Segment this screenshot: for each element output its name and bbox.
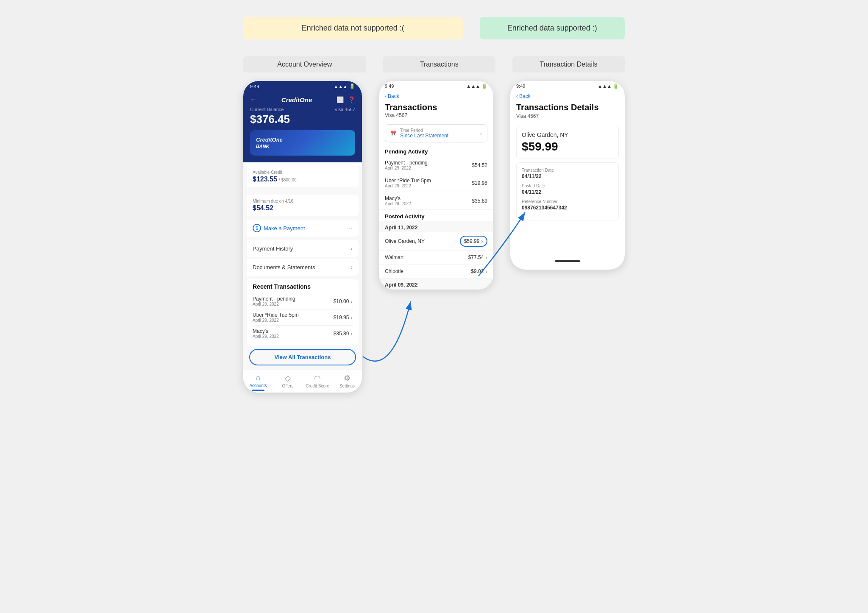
status-bar-1: 9:49 ▲▲▲ 🔋 [243,81,362,92]
time-period-row[interactable]: 📅 Time Period Since Last Statement › [385,124,487,142]
transaction-date-row: Transaction Date 04/11/22 [522,168,613,179]
merchant-name: Olive Garden, NY [522,131,613,140]
recent-tx-title: Recent Transactions [253,283,353,290]
status-time-2: 9:49 [385,84,394,89]
chevron-right-icon: › [351,245,353,252]
chevron-tx-3: › [351,330,353,337]
olive-garden-amount-circle: $59.99 › [460,236,487,247]
view-all-label: View All Transactions [275,354,331,360]
chipotle-row[interactable]: Chipotle $9.02 › [379,265,493,279]
available-credit-label: Available Credit [253,170,353,175]
table-row: Macy's April 29, 2022 $35.89 [379,192,493,210]
tx-details-title: Transactions Details [510,101,625,112]
balance-label: Current Balance [250,107,284,112]
status-time-3: 9:49 [516,84,525,89]
phone-account-overview: 9:49 ▲▲▲ 🔋 ← CreditOne ⬜ ❓ Current Balan… [243,81,362,393]
nav-offers[interactable]: ◇ Offers [275,373,300,391]
chevron-tx-2: › [351,314,353,321]
make-payment-label: Make a Payment [264,225,305,231]
transactions-subtitle: Visa 4567 [379,112,493,122]
phone-transactions: 9:49 ▲▲▲ 🔋 ‹ Back Transactions Visa 4567… [379,81,493,290]
documents-nav[interactable]: Documents & Statements › [247,259,359,276]
status-icons-1: ▲▲▲ 🔋 [334,84,355,89]
min-due-label: Minimum due on 4/16 [253,199,353,203]
posted-date-row: Posted Date 04/11/22 [522,184,613,195]
posted-section-header: Posted Activity [379,210,493,221]
back-link-2[interactable]: ‹ Back [379,92,493,101]
tx-details-subtitle: Visa 4567 [510,112,625,123]
reference-number-row: Reference Number 0987621345647342 [522,199,613,211]
table-row: Uber *Ride Tue 5pm April 29, 2022 $19.95 [379,174,493,192]
transaction-amount: $59.99 [522,140,613,153]
chevron-right-icon-2: › [351,264,353,270]
payment-history-label: Payment History [253,245,293,252]
chevron-chipotle: › [485,268,487,275]
make-payment-row: $ Make a Payment ··· [247,220,359,237]
date-header-2: April 09, 2022 [379,279,493,290]
olive-garden-row[interactable]: Olive Garden, NY $59.99 › [379,232,493,251]
chevron-og: › [481,238,483,245]
col-transaction-details: Transaction Details [512,56,625,72]
time-period-label: Time Period [400,128,448,133]
merchant-amount-card: Olive Garden, NY $59.99 [516,126,619,159]
table-row: Payment - pending April 29, 2022 $54.52 [379,156,493,174]
available-credit-value: $123.55 [253,176,277,183]
nav-credit-score[interactable]: ◠ Credit Score [305,373,330,391]
chevron-tx-1: › [351,298,353,305]
back-label-3: Back [519,93,531,99]
credit-score-icon: ◠ [314,373,321,383]
not-supported-banner: Enriched data not supported :( [243,17,463,39]
offers-icon: ◇ [285,373,291,383]
phone1-nav: ← CreditOne ⬜ ❓ [250,96,355,103]
credit-card-visual: CreditOneBANK [250,130,355,156]
nav-accounts[interactable]: ⌂ Accounts [245,373,271,391]
supported-text: Enriched data supported :) [507,24,597,32]
min-due-value: $54.52 [253,204,353,212]
table-row[interactable]: Macy's April 29, 2022 $35.89 › [253,326,353,341]
transaction-details-card: Transaction Date 04/11/22 Posted Date 04… [516,162,619,220]
chevron-time: › [480,130,482,137]
transactions-title: Transactions [379,101,493,112]
table-row[interactable]: Payment - pending April 29, 2022 $10.00 … [253,293,353,309]
back-label-2: Back [388,93,399,99]
card-logo: CreditOneBANK [256,137,283,149]
back-button-1[interactable]: ← [250,96,257,103]
col-account-overview: Account Overview [243,56,366,72]
make-payment-button[interactable]: $ Make a Payment [253,224,305,232]
status-time-1: 9:49 [250,84,259,89]
view-all-transactions-button[interactable]: View All Transactions [249,349,356,365]
recent-transactions-section: Recent Transactions Payment - pending Ap… [247,279,359,346]
phone1-nav-icons: ⬜ ❓ [337,96,355,103]
available-credit-sub: / $500.00 [279,178,297,182]
back-link-3[interactable]: ‹ Back [510,92,625,101]
time-period-value: Since Last Statement [400,133,448,139]
min-due-section: Minimum due on 4/16 $54.52 [247,195,359,216]
visa-label: Visa 4567 [334,107,355,112]
settings-icon: ⚙ [344,373,351,383]
phone1-nav-title: CreditOne [281,96,312,103]
not-supported-text: Enriched data not supported :( [302,24,404,32]
date-header-1: April 11, 2022 [379,221,493,232]
col-transactions: Transactions [383,56,495,72]
phone1-header: ← CreditOne ⬜ ❓ Current Balance Visa 456… [243,92,362,162]
calendar-icon: 📅 [390,131,397,137]
divider-1 [247,191,359,191]
home-indicator [555,260,580,262]
payment-circle-icon: $ [253,224,261,232]
phone-transaction-details: 9:49 ▲▲▲ 🔋 ‹ Back Transactions Details V… [510,81,625,270]
status-bar-3: 9:49 ▲▲▲ 🔋 [510,81,625,92]
phone1-body: Available Credit $123.55 / $500.00 Minim… [243,166,362,393]
chevron-walmart: › [485,254,487,261]
table-row[interactable]: Uber *Ride Tue 5pm April 29, 2022 $19.95… [253,309,353,326]
status-bar-2: 9:49 ▲▲▲ 🔋 [379,81,493,92]
balance-amount: $376.45 [250,113,355,126]
pending-section-header: Pending Activity [379,145,493,156]
nav-settings[interactable]: ⚙ Settings [334,373,360,391]
payment-history-nav[interactable]: Payment History › [247,240,359,257]
more-options-icon[interactable]: ··· [347,224,353,232]
supported-banner: Enriched data supported :) [480,17,625,39]
bottom-navigation: ⌂ Accounts ◇ Offers ◠ Credit Score ⚙ Set… [243,370,362,393]
available-credit-section: Available Credit $123.55 / $500.00 [247,166,359,187]
walmart-row[interactable]: Walmart $77.54 › [379,251,493,265]
home-icon: ⌂ [256,373,261,382]
